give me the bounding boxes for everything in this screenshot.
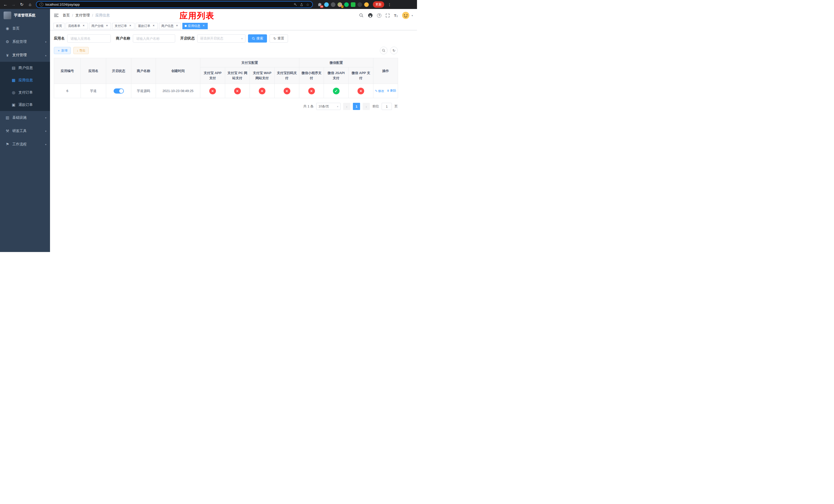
logo-image [4, 12, 11, 19]
tab-label: 流程表单 [68, 24, 80, 28]
flag-icon: ⚑ [5, 142, 10, 147]
cell-created: 2021-10-23 08:49:25 [156, 84, 200, 98]
sidebar-item-refund-order[interactable]: ▣ 退款订单 [0, 99, 50, 111]
help-icon[interactable]: ? [377, 13, 381, 18]
tab-5[interactable]: 商户信息× [159, 23, 181, 29]
url-text[interactable]: localhost:1024/pay/app [45, 3, 80, 6]
tab-3[interactable]: 支付订单× [112, 23, 134, 29]
chevron-right-icon: › [366, 104, 367, 109]
tab-1[interactable]: 流程表单× [66, 23, 88, 29]
toggle-search-button[interactable] [380, 47, 388, 54]
extension-icon-2[interactable] [331, 2, 335, 7]
hamburger-icon[interactable] [54, 14, 59, 17]
tab-close-icon[interactable]: × [82, 24, 85, 28]
dashboard-icon: ◉ [5, 26, 10, 31]
sidebar-item-label: 支付管理 [12, 53, 27, 58]
share-icon[interactable] [300, 3, 303, 6]
col-header-status: 开启状态 [106, 58, 131, 84]
goto-page-input[interactable] [381, 103, 392, 110]
sidebar-item-app-info[interactable]: ▦ 应用信息 [0, 74, 50, 86]
sidebar-item-home[interactable]: ◉ 首页 [0, 22, 50, 35]
app-name-input[interactable] [67, 35, 111, 43]
merchant-name-input[interactable] [133, 35, 175, 43]
cell-wechat-jsapi: ✓ [324, 84, 349, 98]
delete-button[interactable]: 删除 [387, 88, 396, 93]
search-button[interactable]: 搜索 [248, 35, 267, 43]
payment-submenu: ▤ 商户信息 ▦ 应用信息 ◎ 支付订单 ▣ 退款订单 [0, 62, 50, 111]
sidebar-item-payment[interactable]: ¥ 支付管理 ▴ [0, 48, 50, 62]
tab-close-icon[interactable]: × [175, 24, 179, 28]
extension-icon-4[interactable] [344, 2, 349, 7]
extension-icon-5[interactable] [351, 2, 355, 7]
export-button[interactable]: ↓ 导出 [73, 47, 89, 54]
search-icon[interactable] [359, 13, 364, 18]
extension-icon-1[interactable] [324, 2, 329, 7]
page-size-value: 10条/页 [319, 104, 329, 109]
toolbar: ＋ 新增 ↓ 导出 ↻ [54, 47, 398, 54]
info-icon[interactable]: i [40, 3, 43, 6]
sidebar-logo[interactable]: 芋道管理系统 [0, 9, 50, 22]
cell-wechat-app: × [349, 84, 373, 98]
extension-icon-6[interactable] [357, 2, 362, 7]
add-button-label: 新增 [61, 48, 67, 53]
sidebar-item-workflow[interactable]: ⚑ 工作流程 ▾ [0, 138, 50, 151]
fullscreen-icon[interactable] [386, 13, 390, 18]
breadcrumb-payment[interactable]: 支付管理 [75, 13, 90, 18]
breadcrumb-separator: / [92, 13, 93, 18]
cell-alipay-wap: × [250, 84, 275, 98]
status-select[interactable]: 请选择开启状态 ▾ [197, 35, 245, 43]
filter-form: 应用名 商户名称 开启状态 请选择开启状态 ▾ 搜索 ↻ 重置 [54, 35, 413, 43]
tab-close-icon[interactable]: × [152, 24, 155, 28]
document-icon: ▣ [11, 102, 16, 107]
back-icon[interactable]: ← [2, 1, 9, 8]
tools-icon: ⚒ [5, 129, 10, 133]
font-size-icon[interactable]: TT [394, 13, 398, 18]
tab-6[interactable]: 应用信息× [182, 23, 208, 29]
key-icon[interactable] [294, 3, 297, 6]
github-icon[interactable] [368, 13, 373, 18]
cross-icon: × [234, 88, 241, 94]
user-avatar[interactable] [402, 12, 410, 19]
tab-0[interactable]: 首页 [53, 23, 64, 29]
home-icon[interactable]: ⌂ [27, 1, 33, 8]
reset-button[interactable]: ↻ 重置 [269, 35, 288, 43]
status-toggle[interactable] [114, 88, 124, 94]
app-title: 芋道管理系统 [14, 13, 36, 18]
bookmark-star-icon[interactable]: ☆ [306, 3, 309, 7]
tab-close-icon[interactable]: × [202, 24, 205, 28]
sidebar-item-devtools[interactable]: ⚒ 研发工具 ▾ [0, 124, 50, 138]
caret-down-icon[interactable]: ▾ [412, 14, 413, 17]
gear-icon: ⚙ [5, 40, 10, 44]
tab-close-icon[interactable]: × [105, 24, 109, 28]
edit-button[interactable]: ✎ 修改 [375, 89, 384, 93]
tab-close-icon[interactable]: × [129, 24, 132, 28]
plus-icon: ＋ [57, 48, 60, 53]
tab-4[interactable]: 退款订单× [136, 23, 158, 29]
chrome-update-button[interactable]: 更新 [373, 1, 384, 8]
tab-2[interactable]: 用户分组× [89, 23, 111, 29]
chrome-menu-icon[interactable]: ⋮ [388, 3, 392, 7]
sidebar-item-infrastructure[interactable]: ▥ 基础设施 ▾ [0, 111, 50, 124]
refresh-table-button[interactable]: ↻ [390, 47, 398, 54]
page-size-select[interactable]: 10条/页 ▾ [316, 103, 341, 110]
forward-icon[interactable]: → [10, 1, 17, 8]
sidebar-item-merchant-info[interactable]: ▤ 商户信息 [0, 62, 50, 74]
search-icon [252, 37, 255, 40]
group-header-wechat: 微信配置 [299, 58, 373, 67]
navbar: 首页 / 支付管理 / 应用信息 ? TT [50, 9, 417, 22]
chevron-down-icon: ▾ [337, 105, 338, 108]
add-button[interactable]: ＋ 新增 [54, 47, 71, 54]
col-header-alipay-wap: 支付宝 WAP 网站支付 [250, 67, 275, 84]
refresh-icon[interactable]: ↻ [19, 1, 25, 8]
chevron-left-icon: ‹ [346, 104, 348, 109]
col-header-alipay-app: 支付宝 APP 支付 [200, 67, 225, 84]
prev-page-button[interactable]: ‹ [343, 103, 350, 110]
extension-icon-7[interactable] [364, 2, 369, 7]
sidebar-item-pay-order[interactable]: ◎ 支付订单 [0, 86, 50, 99]
yen-icon: ¥ [5, 53, 10, 58]
breadcrumb-home[interactable]: 首页 [63, 13, 70, 18]
url-bar[interactable]: i localhost:1024/pay/app ☆ [36, 1, 313, 8]
page-number-button[interactable]: 1 [353, 103, 360, 110]
sidebar-item-system[interactable]: ⚙ 系统管理 ▾ [0, 35, 50, 48]
next-page-button[interactable]: › [363, 103, 370, 110]
